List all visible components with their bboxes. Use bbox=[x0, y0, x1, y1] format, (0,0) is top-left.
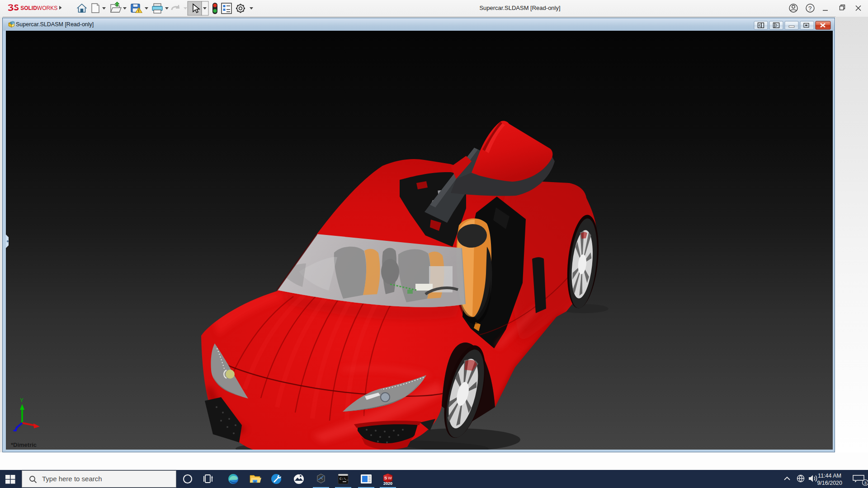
svg-text:2020: 2020 bbox=[383, 481, 392, 486]
svg-text:11:44 AM: 11:44 AM bbox=[818, 473, 841, 479]
svg-text:W: W bbox=[388, 475, 392, 480]
svg-text:!: ! bbox=[138, 9, 139, 13]
svg-text:3: 3 bbox=[864, 480, 867, 485]
svg-text:Y: Y bbox=[20, 397, 24, 404]
svg-text:?: ? bbox=[808, 5, 812, 12]
svg-text:S: S bbox=[384, 475, 387, 480]
svg-text:SOLIDWORKS: SOLIDWORKS bbox=[20, 5, 57, 11]
svg-text:9/16/2020: 9/16/2020 bbox=[817, 480, 842, 486]
svg-text:C:\_: C:\_ bbox=[340, 477, 348, 481]
